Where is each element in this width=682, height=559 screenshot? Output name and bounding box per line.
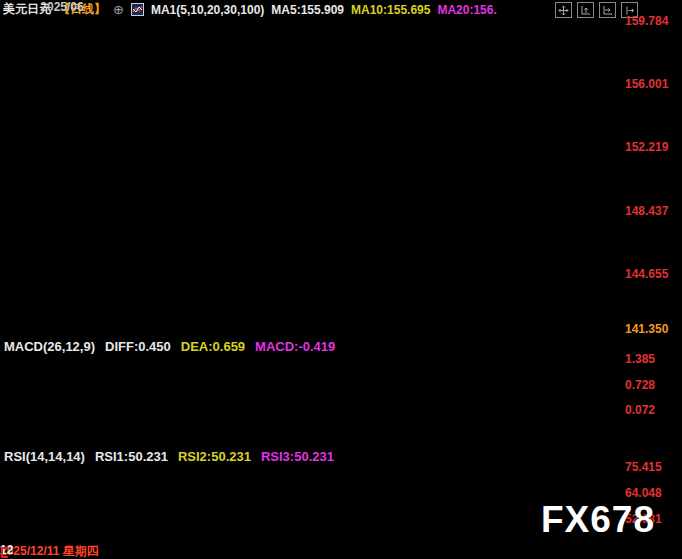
price-axis-min-label: 141.350 — [625, 322, 668, 336]
rsi-axis-label: 64.048 — [625, 486, 662, 500]
chart-window: 美元日元 【日线】 ⊕ MA1(5,10,20,30,100) MA5:155.… — [0, 0, 682, 559]
scroll-right-icon[interactable] — [599, 2, 616, 18]
pan-icon[interactable] — [555, 2, 572, 18]
price-axis-label: 159.784 — [625, 14, 668, 28]
macd-axis-label: 1.385 — [625, 352, 655, 366]
macd-dea-value: DEA:0.659 — [181, 339, 245, 354]
rsi3-value: RSI3:50.231 — [261, 449, 334, 464]
mini-chart-icon — [131, 3, 144, 16]
month-label: 2025/06 — [40, 0, 83, 14]
fx678-watermark: FX678 — [541, 499, 655, 541]
macd-axis-label: 0.072 — [625, 403, 655, 417]
last-date-label: 2025/12/11 星期四 — [0, 543, 99, 559]
zoom-axis-icon[interactable] — [577, 2, 594, 18]
rsi-axis-label: 75.415 — [625, 460, 662, 474]
macd-header: MACD(26,12,9) DIFF:0.450 DEA:0.659 MACD:… — [4, 339, 335, 354]
price-axis-label: 148.437 — [625, 204, 668, 218]
history-edge-marker — [1, 547, 8, 558]
macd-value: MACD:-0.419 — [255, 339, 335, 354]
rsi2-value: RSI2:50.231 — [178, 449, 251, 464]
macd-axis-label: 0.728 — [625, 378, 655, 392]
ma5-value: MA5:155.909 — [271, 3, 344, 17]
rsi-name: RSI(14,14,14) — [4, 449, 85, 464]
ma20-value: MA20:156. — [437, 3, 496, 17]
rsi1-value: RSI1:50.231 — [95, 449, 168, 464]
price-axis-label: 144.655 — [625, 267, 668, 281]
macd-diff-value: DIFF:0.450 — [105, 339, 171, 354]
ma-settings-label: MA1(5,10,20,30,100) — [151, 3, 264, 17]
macd-name: MACD(26,12,9) — [4, 339, 95, 354]
ma10-value: MA10:155.695 — [351, 3, 430, 17]
price-chart-canvas[interactable] — [0, 0, 682, 559]
price-axis-label: 152.219 — [625, 140, 668, 154]
price-axis-label: 156.001 — [625, 77, 668, 91]
rsi-header: RSI(14,14,14) RSI1:50.231 RSI2:50.231 RS… — [4, 449, 334, 464]
add-indicator-icon[interactable]: ⊕ — [113, 2, 124, 17]
